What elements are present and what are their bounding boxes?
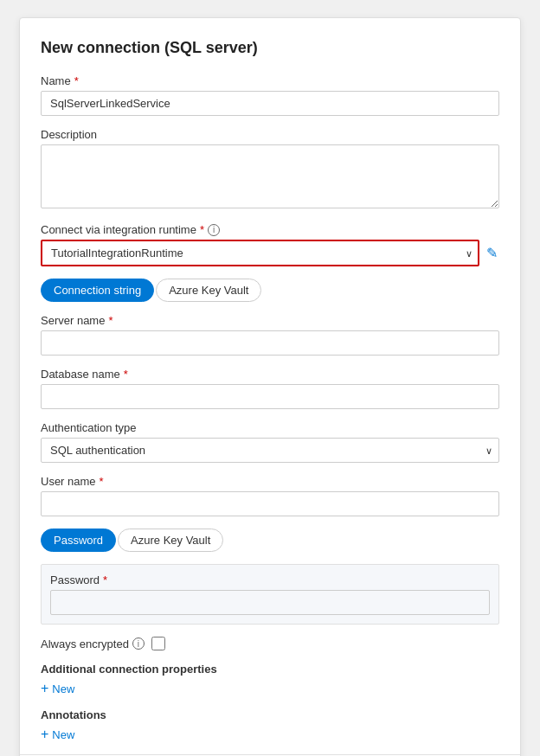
description-label: Description bbox=[41, 128, 499, 141]
runtime-info-icon[interactable]: i bbox=[208, 224, 220, 236]
new-connection-panel: New connection (SQL server) Name * Descr… bbox=[19, 17, 521, 756]
azure-key-vault-tab2[interactable]: Azure Key Vault bbox=[118, 529, 223, 552]
server-name-input[interactable] bbox=[41, 330, 499, 356]
annotations-add-button[interactable]: + New bbox=[41, 727, 74, 742]
name-required-star: * bbox=[74, 74, 79, 87]
always-encrypted-label: Always encrypted i bbox=[41, 637, 145, 650]
annotations-label: Annotations bbox=[41, 708, 499, 721]
annotations-add-row: + New bbox=[41, 727, 499, 742]
always-encrypted-info-icon[interactable]: i bbox=[132, 637, 145, 650]
always-encrypted-checkbox[interactable] bbox=[151, 637, 165, 650]
password-tab[interactable]: Password bbox=[41, 529, 116, 552]
server-name-field-group: Server name * bbox=[41, 314, 499, 356]
name-field-group: Name * bbox=[41, 74, 499, 116]
name-label: Name * bbox=[41, 74, 499, 87]
user-name-input[interactable] bbox=[41, 491, 499, 516]
database-name-required-star: * bbox=[124, 368, 128, 381]
server-name-required-star: * bbox=[108, 314, 112, 327]
runtime-required-star: * bbox=[200, 223, 204, 236]
connection-string-tab[interactable]: Connection string bbox=[41, 279, 154, 302]
runtime-label: Connect via integration runtime * i bbox=[41, 223, 499, 236]
user-name-required-star: * bbox=[100, 475, 104, 488]
connection-type-tabs: Connection string Azure Key Vault bbox=[41, 279, 499, 302]
additional-props-add-button[interactable]: + New bbox=[41, 681, 74, 696]
runtime-edit-button[interactable]: ✎ bbox=[485, 243, 499, 263]
database-name-label: Database name * bbox=[41, 368, 499, 381]
user-name-label: User name * bbox=[41, 475, 499, 488]
description-field-group: Description bbox=[41, 128, 499, 211]
password-label: Password * bbox=[50, 573, 490, 586]
edit-icon: ✎ bbox=[486, 245, 498, 261]
password-required-star: * bbox=[103, 573, 107, 586]
description-input[interactable] bbox=[41, 144, 499, 208]
runtime-select[interactable]: TutorialIntegrationRuntime bbox=[41, 240, 479, 266]
password-input[interactable] bbox=[50, 590, 490, 615]
runtime-row: TutorialIntegrationRuntime ∨ ✎ bbox=[41, 240, 499, 266]
always-encrypted-row: Always encrypted i bbox=[41, 637, 499, 650]
user-name-field-group: User name * bbox=[41, 475, 499, 516]
password-section: Password * bbox=[41, 564, 499, 625]
panel-title: New connection (SQL server) bbox=[41, 39, 499, 57]
annotations-plus-icon: + bbox=[41, 727, 48, 742]
auth-type-select[interactable]: SQL authentication Windows authenticatio… bbox=[41, 438, 499, 463]
additional-plus-icon: + bbox=[41, 681, 48, 696]
database-name-field-group: Database name * bbox=[41, 368, 499, 409]
annotations-group: Annotations + New bbox=[41, 708, 499, 742]
additional-props-label: Additional connection properties bbox=[41, 663, 499, 676]
runtime-field-group: Connect via integration runtime * i Tuto… bbox=[41, 223, 499, 266]
password-type-tabs: Password Azure Key Vault bbox=[41, 529, 499, 552]
auth-type-select-wrapper: SQL authentication Windows authenticatio… bbox=[41, 438, 499, 463]
additional-props-group: Additional connection properties + New bbox=[41, 663, 499, 696]
auth-type-field-group: Authentication type SQL authentication W… bbox=[41, 421, 499, 463]
auth-type-label: Authentication type bbox=[41, 421, 499, 434]
additional-props-add-row: + New bbox=[41, 681, 499, 696]
name-input[interactable] bbox=[41, 91, 499, 116]
server-name-label: Server name * bbox=[41, 314, 499, 327]
database-name-input[interactable] bbox=[41, 384, 499, 409]
azure-key-vault-tab[interactable]: Azure Key Vault bbox=[156, 279, 261, 302]
runtime-select-wrapper: TutorialIntegrationRuntime ∨ bbox=[41, 240, 479, 266]
